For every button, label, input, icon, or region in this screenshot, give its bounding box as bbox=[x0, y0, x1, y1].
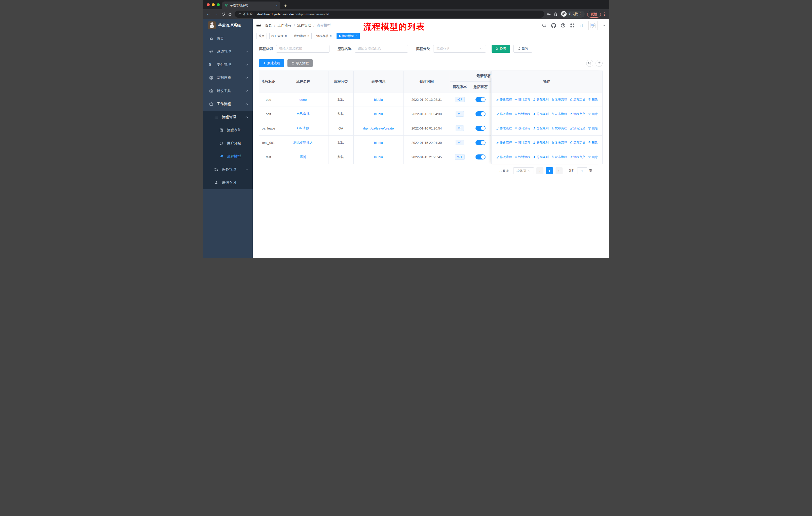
github-icon[interactable] bbox=[551, 23, 556, 28]
new-tab-button[interactable]: + bbox=[284, 3, 287, 8]
action-发布流程[interactable]: 发布流程 bbox=[551, 98, 567, 102]
breadcrumb-item[interactable]: 首页 bbox=[265, 23, 272, 28]
create-process-button[interactable]: 新建流程 bbox=[259, 59, 284, 67]
action-分配规则[interactable]: 分配规则 bbox=[533, 141, 549, 145]
tag-close-icon[interactable]: × bbox=[285, 34, 287, 37]
sidebar-item-请假查询[interactable]: 请假查询 bbox=[203, 176, 253, 189]
tag-首页[interactable]: 首页 bbox=[256, 33, 267, 39]
active-status-toggle[interactable] bbox=[475, 140, 486, 145]
cell-process-name-link[interactable]: 测试多审批人 bbox=[293, 141, 313, 144]
close-window-icon[interactable] bbox=[207, 3, 210, 6]
cell-form-info-link[interactable]: biubiu bbox=[374, 155, 383, 159]
cell-form-info-link[interactable]: biubiu bbox=[374, 98, 383, 102]
forward-icon[interactable]: → bbox=[214, 12, 219, 17]
help-icon[interactable] bbox=[561, 23, 565, 28]
action-设计流程[interactable]: 设计流程 bbox=[515, 112, 530, 116]
browser-tab[interactable]: 芋道管理系统 × bbox=[222, 1, 281, 9]
prev-page-button[interactable]: ‹ bbox=[536, 167, 544, 174]
action-分配规则[interactable]: 分配规则 bbox=[533, 155, 549, 159]
action-删除[interactable]: 删除 bbox=[588, 155, 598, 159]
active-status-toggle[interactable] bbox=[475, 97, 486, 102]
toggle-search-icon[interactable] bbox=[586, 60, 593, 67]
search-icon[interactable] bbox=[542, 23, 547, 28]
current-page-button[interactable]: 1 bbox=[546, 167, 553, 174]
cell-form-info-link[interactable]: /bpm/oa/leave/create bbox=[363, 127, 394, 130]
tab-close-icon[interactable]: × bbox=[276, 3, 278, 7]
action-设计流程[interactable]: 设计流程 bbox=[515, 141, 530, 145]
app-logo[interactable]: 芋道管理系统 bbox=[203, 19, 253, 32]
minimize-window-icon[interactable] bbox=[212, 3, 215, 6]
tag-close-icon[interactable]: × bbox=[308, 34, 309, 37]
traffic-lights[interactable] bbox=[207, 3, 220, 6]
cell-process-name-link[interactable]: OA 请假 bbox=[297, 126, 309, 130]
sidebar-item-基础设施[interactable]: 基础设施 bbox=[203, 71, 253, 84]
action-删除[interactable]: 删除 bbox=[588, 112, 598, 116]
bookmark-star-icon[interactable] bbox=[553, 12, 558, 17]
sidebar-item-用户分组[interactable]: 用户分组 bbox=[203, 137, 253, 150]
active-status-toggle[interactable] bbox=[475, 111, 486, 116]
import-process-button[interactable]: 导入流程 bbox=[287, 59, 313, 67]
sidebar-item-工作流程[interactable]: 工作流程 bbox=[203, 98, 253, 111]
filter-name-input[interactable] bbox=[355, 45, 408, 53]
cell-process-name-link[interactable]: 自己审批 bbox=[296, 112, 310, 116]
action-删除[interactable]: 删除 bbox=[588, 141, 598, 145]
tag-租户管理[interactable]: 租户管理× bbox=[269, 33, 289, 39]
action-删除[interactable]: 删除 bbox=[588, 98, 598, 102]
action-修改流程[interactable]: 修改流程 bbox=[496, 141, 512, 145]
action-删除[interactable]: 删除 bbox=[588, 126, 598, 131]
search-button[interactable]: 搜索 bbox=[492, 45, 510, 53]
avatar-caret-down-icon[interactable] bbox=[603, 24, 606, 27]
action-流程定义[interactable]: 流程定义 bbox=[570, 112, 585, 116]
tag-close-icon[interactable]: × bbox=[330, 34, 332, 37]
action-发布流程[interactable]: 发布流程 bbox=[551, 126, 567, 131]
zoom-window-icon[interactable] bbox=[217, 3, 220, 6]
action-设计流程[interactable]: 设计流程 bbox=[515, 155, 530, 159]
tag-流程表单[interactable]: 流程表单× bbox=[314, 33, 334, 39]
home-icon[interactable] bbox=[228, 12, 232, 17]
address-bar[interactable]: 不安全 dashboard.yudao.iocoder.cn/bpm/manag… bbox=[235, 10, 544, 18]
breadcrumb-item[interactable]: 流程管理 bbox=[297, 23, 311, 28]
action-分配规则[interactable]: 分配规则 bbox=[533, 98, 549, 102]
action-修改流程[interactable]: 修改流程 bbox=[496, 112, 512, 116]
back-icon[interactable]: ← bbox=[206, 12, 211, 17]
action-流程定义[interactable]: 流程定义 bbox=[570, 155, 585, 159]
cell-form-info-link[interactable]: biubiu bbox=[374, 112, 383, 116]
sidebar-item-首页[interactable]: 首页 bbox=[203, 32, 253, 45]
next-page-button[interactable]: › bbox=[555, 167, 562, 174]
action-设计流程[interactable]: 设计流程 bbox=[515, 98, 530, 102]
collapse-menu-icon[interactable] bbox=[256, 23, 261, 28]
action-流程定义[interactable]: 流程定义 bbox=[570, 126, 585, 131]
cell-process-name-link[interactable]: eeee bbox=[299, 98, 307, 102]
goto-page-input[interactable] bbox=[577, 167, 587, 174]
breadcrumb-item[interactable]: 工作流程 bbox=[278, 23, 291, 28]
action-分配规则[interactable]: 分配规则 bbox=[533, 126, 549, 131]
action-流程定义[interactable]: 流程定义 bbox=[570, 98, 585, 102]
user-avatar-broken-image[interactable] bbox=[588, 21, 598, 30]
cell-process-name-link[interactable]: 滔博 bbox=[300, 155, 306, 159]
reset-button[interactable]: 重置 bbox=[514, 45, 532, 53]
refresh-table-icon[interactable] bbox=[596, 60, 603, 67]
action-修改流程[interactable]: 修改流程 bbox=[496, 126, 512, 131]
page-size-select[interactable]: 10条/页 bbox=[513, 167, 534, 174]
reload-icon[interactable] bbox=[221, 12, 225, 16]
active-status-toggle[interactable] bbox=[475, 155, 486, 160]
sidebar-item-流程表单[interactable]: 流程表单 bbox=[203, 124, 253, 137]
update-button[interactable]: 更新 bbox=[587, 11, 601, 18]
action-分配规则[interactable]: 分配规则 bbox=[533, 112, 549, 116]
filter-key-input[interactable] bbox=[276, 45, 329, 53]
tag-close-icon[interactable]: × bbox=[356, 34, 357, 37]
browser-menu-icon[interactable] bbox=[603, 12, 606, 16]
sidebar-item-系统管理[interactable]: 系统管理 bbox=[203, 45, 253, 58]
fullscreen-icon[interactable] bbox=[570, 23, 575, 28]
action-设计流程[interactable]: 设计流程 bbox=[515, 126, 530, 131]
action-发布流程[interactable]: 发布流程 bbox=[551, 141, 567, 145]
action-发布流程[interactable]: 发布流程 bbox=[551, 155, 567, 159]
filter-category-select[interactable]: 流程分类 bbox=[433, 45, 486, 53]
sidebar-item-任务管理[interactable]: 任务管理 bbox=[203, 163, 253, 176]
action-修改流程[interactable]: 修改流程 bbox=[496, 155, 512, 159]
sidebar-item-流程模型[interactable]: 流程模型 bbox=[203, 150, 253, 163]
sidebar-item-流程管理[interactable]: 流程管理 bbox=[203, 111, 253, 124]
action-修改流程[interactable]: 修改流程 bbox=[496, 98, 512, 102]
font-size-icon[interactable]: TT bbox=[579, 23, 583, 28]
sidebar-item-支付管理[interactable]: ¥支付管理 bbox=[203, 58, 253, 71]
